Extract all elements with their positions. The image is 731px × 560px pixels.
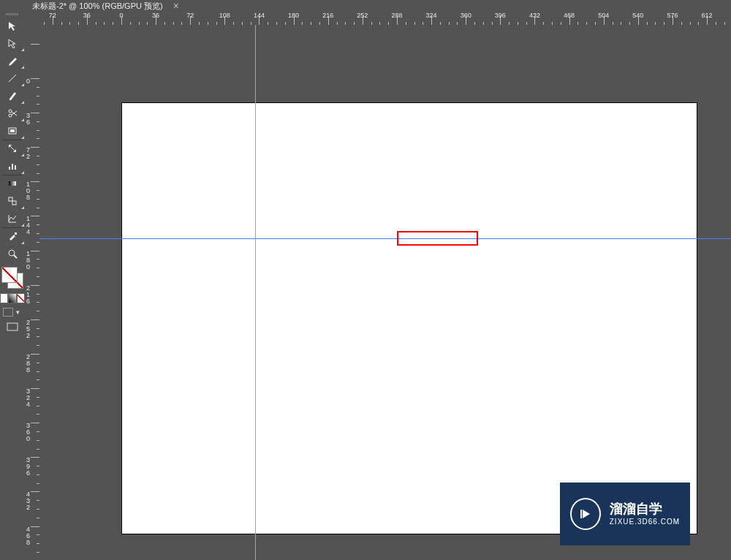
vertical-guide[interactable]	[255, 25, 256, 560]
ruler-label: 36	[26, 113, 34, 126]
artboard[interactable]	[122, 103, 697, 534]
svg-line-18	[14, 255, 17, 258]
svg-rect-6	[10, 129, 15, 132]
tab-title: 未标题-2* @ 100% (RGB/GPU 预览)	[32, 1, 163, 12]
selection-tool[interactable]	[0, 17, 25, 34]
canvas-area[interactable]: 溜溜自学 ZIXUE.3D66.COM	[39, 25, 731, 560]
ruler-label: 432	[529, 12, 540, 19]
fill-stroke-swatch[interactable]	[0, 265, 25, 290]
horizontal-ruler[interactable]: 1087236036721081441802162522883243603964…	[39, 12, 731, 25]
svg-rect-11	[9, 181, 16, 186]
eyedropper-tool[interactable]	[0, 227, 25, 245]
svg-rect-19	[7, 323, 18, 330]
zoom-tool[interactable]	[0, 245, 25, 262]
ruler-label: 324	[26, 388, 34, 408]
ruler-label: 144	[26, 216, 34, 235]
ruler-label: 504	[598, 12, 609, 19]
ruler-label: 324	[426, 12, 437, 19]
play-icon	[570, 498, 601, 530]
svg-marker-20	[583, 510, 590, 518]
ruler-label: 180	[288, 12, 299, 19]
svg-line-3	[12, 112, 17, 116]
scale-tool[interactable]	[0, 140, 25, 157]
svg-line-4	[12, 111, 17, 115]
direct-selection-tool[interactable]	[0, 34, 25, 52]
rotate-tool[interactable]	[0, 122, 25, 140]
color-mode-icon[interactable]	[0, 293, 8, 303]
ruler-label: 72	[49, 12, 56, 19]
ruler-label: 216	[322, 12, 333, 19]
draw-mode-row	[0, 293, 25, 303]
ruler-label: 360	[461, 12, 471, 19]
svg-rect-8	[9, 167, 10, 170]
ruler-label: 36	[83, 12, 91, 19]
gradient-mode-icon[interactable]	[8, 293, 16, 303]
close-icon[interactable]: ×	[173, 0, 179, 12]
svg-point-1	[9, 110, 12, 113]
watermark-url: ZIXUE.3D66.COM	[610, 518, 680, 526]
ruler-label: 180	[26, 251, 34, 270]
ruler-label: 252	[26, 319, 34, 339]
ruler-label: 216	[26, 285, 34, 305]
ruler-label: 360	[26, 423, 34, 442]
ruler-origin[interactable]	[25, 12, 39, 25]
svg-rect-12	[9, 197, 12, 201]
chevron-down-icon[interactable]: ▾	[16, 309, 20, 316]
svg-point-17	[9, 250, 15, 256]
ruler-label: 0	[119, 12, 123, 19]
paintbrush-tool[interactable]	[0, 87, 25, 105]
column-graph-tool[interactable]	[0, 157, 25, 175]
ruler-label: 396	[495, 12, 506, 19]
svg-rect-13	[12, 201, 16, 205]
svg-rect-9	[12, 164, 13, 170]
symbol-sprayer-tool[interactable]	[0, 192, 25, 210]
none-mode-icon[interactable]	[17, 293, 25, 303]
ruler-label: 288	[391, 12, 402, 19]
bar-graph-tool[interactable]	[0, 210, 25, 227]
svg-point-2	[9, 114, 12, 117]
ruler-label: 612	[702, 12, 713, 19]
ruler-label: 252	[357, 12, 368, 19]
svg-rect-10	[15, 165, 16, 170]
ruler-label: 396	[26, 457, 34, 477]
svg-rect-5	[9, 128, 16, 134]
ruler-label: 432	[26, 491, 34, 511]
ruler-label: 36	[152, 12, 159, 19]
document-tab[interactable]: 未标题-2* @ 100% (RGB/GPU 预览) ×	[25, 0, 186, 12]
vertical-ruler[interactable]: 0367210814418021625228832436039643246850…	[25, 25, 39, 560]
watermark-title: 溜溜自学	[610, 502, 680, 518]
ruler-label: 72	[186, 12, 194, 19]
ruler-label: 540	[632, 12, 643, 19]
ruler-label: 72	[26, 147, 34, 160]
ruler-label: 108	[219, 12, 230, 19]
svg-line-0	[9, 75, 16, 82]
ruler-label: 108	[26, 181, 34, 201]
ruler-label: 576	[667, 12, 678, 19]
ruler-label: 288	[26, 354, 34, 374]
screen-mode-icon[interactable]	[3, 308, 13, 317]
panel-grip[interactable]	[0, 12, 25, 17]
ruler-label: 144	[254, 12, 265, 19]
annotation-highlight	[397, 231, 478, 246]
scissors-tool[interactable]	[0, 105, 25, 122]
toolbox: ▾	[0, 12, 25, 560]
svg-rect-16	[15, 232, 17, 235]
svg-line-7	[10, 145, 15, 151]
document-tabs: 未标题-2* @ 100% (RGB/GPU 预览) ×	[25, 0, 731, 12]
ruler-label: 468	[26, 526, 34, 546]
ruler-label: 468	[564, 12, 575, 19]
ruler-label: 0	[26, 78, 34, 85]
change-screen-mode[interactable]	[0, 318, 25, 336]
watermark-logo: 溜溜自学 ZIXUE.3D66.COM	[560, 483, 690, 545]
line-tool[interactable]	[0, 69, 25, 87]
pen-tool[interactable]	[0, 52, 25, 69]
gradient-tool[interactable]	[0, 175, 25, 192]
screen-mode-row: ▾	[0, 306, 25, 318]
horizontal-guide[interactable]	[39, 238, 731, 239]
